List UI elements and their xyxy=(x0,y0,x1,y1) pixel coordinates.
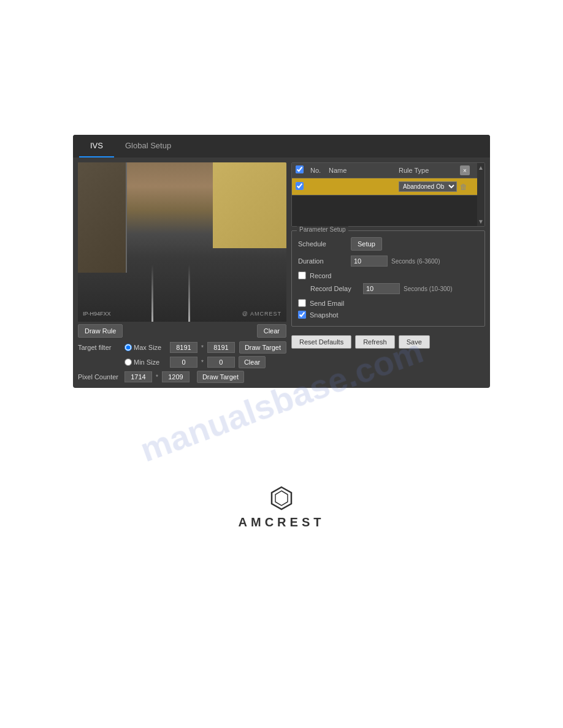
min-size-label: Min Size xyxy=(134,358,159,366)
target-filter-section: Target filter Max Size * Draw Target xyxy=(78,341,286,368)
pixel-counter-label: Pixel Counter xyxy=(78,373,121,381)
row-del: 🗑 xyxy=(460,183,473,191)
pixel-x-input[interactable] xyxy=(124,371,152,382)
draw-target-pixel-button[interactable]: Draw Target xyxy=(197,371,244,383)
refresh-button[interactable]: Refresh xyxy=(355,335,395,349)
duration-input[interactable] xyxy=(351,256,388,267)
header-name: Name xyxy=(329,167,399,174)
parameter-setup-title: Parameter Setup xyxy=(297,226,348,233)
max-size-buttons: Draw Target xyxy=(239,341,286,354)
amcrest-logo-icon xyxy=(269,486,294,510)
schedule-row: Schedule Setup xyxy=(298,237,478,251)
building-right xyxy=(213,162,286,248)
min-size-radio[interactable] xyxy=(124,358,132,366)
header-del: × xyxy=(460,165,473,175)
snapshot-row: Snapshot xyxy=(298,311,478,319)
svg-marker-1 xyxy=(275,491,288,506)
rule-table-inner: No. Name Rule Type × xyxy=(292,163,477,226)
target-filter-label: Target filter xyxy=(78,344,121,351)
left-panel: IP-H94FXX @ AMCREST Draw Rule Clear Targ… xyxy=(78,162,286,383)
camera-background xyxy=(78,162,286,322)
rule-empty-area xyxy=(292,195,477,226)
clear-min-button[interactable]: Clear xyxy=(239,356,266,368)
draw-rule-button[interactable]: Draw Rule xyxy=(78,324,123,338)
row-check xyxy=(296,182,310,192)
snapshot-label: Snapshot xyxy=(310,311,338,319)
camera-controls: Draw Rule Clear xyxy=(78,324,286,338)
bottom-buttons: Reset Defaults Refresh Save xyxy=(291,335,485,349)
amcrest-logo-area: AMCREST xyxy=(239,486,325,529)
pixel-y-input[interactable] xyxy=(162,371,190,382)
setup-button[interactable]: Setup xyxy=(351,237,382,251)
right-panel: No. Name Rule Type × xyxy=(286,162,485,383)
record-delay-hint: Seconds (10-300) xyxy=(404,286,453,292)
rule-table: No. Name Rule Type × xyxy=(291,162,485,227)
parameter-setup-panel: Parameter Setup Schedule Setup Duration … xyxy=(291,230,485,327)
min-sep: * xyxy=(201,359,204,366)
draw-target-max-button[interactable]: Draw Target xyxy=(239,341,286,354)
close-icon[interactable]: × xyxy=(460,165,470,175)
row-type: Abandoned Ob Tripwire Intrusion xyxy=(399,181,460,192)
rule-type-select[interactable]: Abandoned Ob Tripwire Intrusion xyxy=(399,181,457,192)
rule-table-container: No. Name Rule Type × xyxy=(292,163,484,226)
record-row: Record xyxy=(298,271,478,279)
record-label: Record xyxy=(310,272,331,279)
header-check xyxy=(296,165,310,175)
reset-defaults-button[interactable]: Reset Defaults xyxy=(291,335,351,349)
header-no: No. xyxy=(310,167,329,174)
duration-label: Duration xyxy=(298,257,347,265)
pixel-counter-row: Pixel Counter * Draw Target xyxy=(78,371,286,383)
max-height-input[interactable] xyxy=(207,342,235,353)
max-size-radio-label: Max Size xyxy=(124,344,166,351)
table-row: Abandoned Ob Tripwire Intrusion 🗑 xyxy=(292,178,477,195)
row-checkbox[interactable] xyxy=(296,182,304,190)
scroll-down-icon[interactable]: ▼ xyxy=(478,218,484,225)
tab-ivs[interactable]: IVS xyxy=(79,135,114,157)
pixel-sep: * xyxy=(156,374,158,381)
duration-hint: Seconds (6-3600) xyxy=(391,258,440,265)
content-area: IP-H94FXX @ AMCREST Draw Rule Clear Targ… xyxy=(73,157,490,388)
min-size-row: Min Size * Clear xyxy=(78,356,286,368)
max-size-radio[interactable] xyxy=(124,344,132,351)
record-delay-label: Record Delay xyxy=(310,285,359,292)
record-checkbox[interactable] xyxy=(298,271,306,279)
min-height-input[interactable] xyxy=(207,357,235,368)
wall-left xyxy=(78,162,127,273)
record-delay-input[interactable] xyxy=(363,283,400,294)
send-email-label: Send Email xyxy=(310,300,344,307)
record-delay-row: Record Delay Seconds (10-300) xyxy=(298,283,478,294)
camera-brand: @ AMCREST xyxy=(242,311,282,317)
tab-global-setup[interactable]: Global Setup xyxy=(114,135,182,157)
duration-row: Duration Seconds (6-3600) xyxy=(298,256,478,267)
camera-model: IP-H94FXX xyxy=(83,311,111,317)
rule-table-header: No. Name Rule Type × xyxy=(292,163,477,178)
min-size-radio-label: Min Size xyxy=(124,358,166,366)
max-sep: * xyxy=(201,344,204,351)
send-email-row: Send Email xyxy=(298,299,478,307)
tabs-bar: IVS Global Setup xyxy=(73,135,490,157)
send-email-checkbox[interactable] xyxy=(298,299,306,307)
delete-icon[interactable]: 🗑 xyxy=(460,183,467,191)
max-size-row: Target filter Max Size * Draw Target xyxy=(78,341,286,354)
camera-view: IP-H94FXX @ AMCREST xyxy=(78,162,286,322)
main-panel: IVS Global Setup xyxy=(73,135,490,388)
min-width-input[interactable] xyxy=(170,357,197,368)
save-button[interactable]: Save xyxy=(399,335,430,349)
main-panel-wrapper: IVS Global Setup xyxy=(73,135,490,388)
road-line-1 xyxy=(151,264,153,322)
snapshot-checkbox[interactable] xyxy=(298,311,306,319)
scroll-up-icon[interactable]: ▲ xyxy=(478,164,484,171)
header-rule-type: Rule Type xyxy=(399,167,460,174)
schedule-label: Schedule xyxy=(298,240,347,248)
clear-button[interactable]: Clear xyxy=(257,324,286,338)
rule-scrollbar: ▲ ▼ xyxy=(477,163,484,226)
amcrest-logo-text: AMCREST xyxy=(239,515,325,529)
header-checkbox[interactable] xyxy=(296,165,304,173)
road-line-2 xyxy=(188,264,190,322)
max-width-input[interactable] xyxy=(170,342,197,353)
max-size-label: Max Size xyxy=(134,344,161,351)
